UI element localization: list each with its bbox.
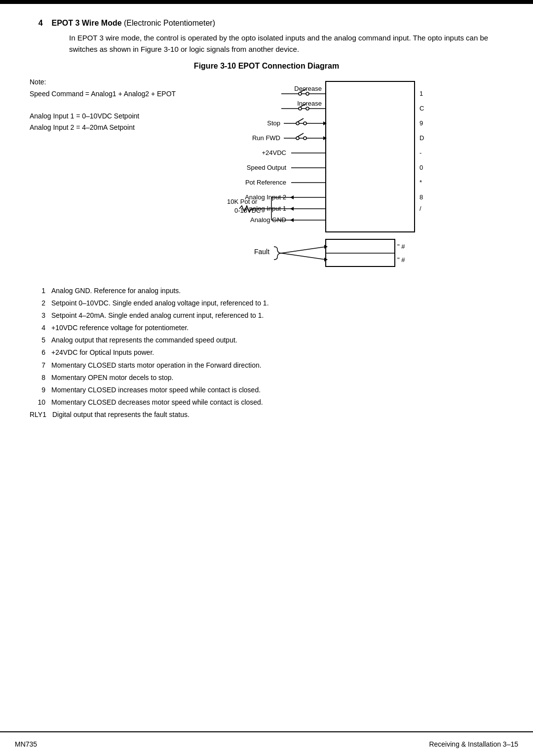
svg-point-2 [299, 92, 302, 95]
svg-text:Increase: Increase [297, 100, 322, 107]
list-text-9: Momentary CLOSED increases motor speed w… [51, 384, 261, 396]
list-item: 7 Momentary CLOSED starts motor operatio… [30, 360, 503, 371]
svg-text:C: C [419, 105, 424, 112]
list-item: 4 +10VDC reference voltage for potentiom… [30, 322, 503, 334]
list-num-8: 8 [30, 372, 45, 383]
diagram-area: Note: Speed Command = Analog1 + Analog2 … [30, 76, 503, 275]
list-text-8: Momentary OPEN motor decels to stop. [51, 372, 173, 383]
svg-point-10 [299, 107, 302, 110]
svg-text:/: / [419, 205, 421, 212]
top-border [0, 0, 533, 4]
svg-point-13 [306, 107, 309, 110]
svg-point-21 [304, 122, 306, 125]
list-item: 6 +24VDC for Optical Inputs power. [30, 347, 503, 358]
svg-line-63 [281, 247, 326, 253]
list-text-6: +24VDC for Optical Inputs power. [51, 347, 154, 358]
list-item: RLY1 Digital output that represents the … [30, 409, 503, 420]
section-number: 4 [38, 19, 43, 27]
svg-point-18 [296, 122, 299, 125]
analog2-note: Analog Input 2 = 4–20mA Setpoint [30, 122, 207, 133]
diagram-right: Decrease 1 Increase C Stop [207, 76, 503, 275]
section-heading: 4 EPOT 3 Wire Mode (Electronic Potentiom… [30, 19, 503, 28]
list-text-rly1: Digital output that represents the fault… [52, 409, 190, 420]
svg-point-30 [304, 137, 306, 140]
list-item: 9 Momentary CLOSED increases motor speed… [30, 384, 503, 396]
numbered-list: 1 Analog GND. Reference for analog input… [30, 285, 503, 420]
svg-text:0: 0 [419, 164, 423, 171]
speed-command-note: Speed Command = Analog1 + Analog2 + EPOT [30, 88, 207, 99]
list-item: 1 Analog GND. Reference for analog input… [30, 285, 503, 297]
diagram-svg: Decrease 1 Increase C Stop [207, 76, 464, 274]
list-text-1: Analog GND. Reference for analog inputs. [51, 285, 181, 297]
list-item: 10 Momentary CLOSED decreases motor spee… [30, 397, 503, 408]
svg-point-27 [296, 137, 299, 140]
list-text-4: +10VDC reference voltage for potentiomet… [51, 322, 189, 334]
svg-text:Decrease: Decrease [294, 85, 322, 92]
list-item: 8 Momentary OPEN motor decels to stop. [30, 372, 503, 383]
svg-text:-: - [419, 149, 421, 156]
list-text-10: Momentary CLOSED decreases motor speed w… [51, 397, 263, 408]
footer-right: Receiving & Installation 3–15 [429, 740, 518, 748]
svg-text:D: D [419, 134, 424, 142]
svg-text:Run FWD: Run FWD [252, 134, 280, 142]
svg-text:" #: " # [397, 256, 405, 264]
footer: MN735 Receiving & Installation 3–15 [0, 731, 533, 756]
list-item: 3 Setpoint 4–20mA. Single ended analog c… [30, 310, 503, 321]
svg-text:Stop: Stop [267, 119, 280, 127]
list-num-rly1: RLY1 [30, 409, 46, 420]
svg-text:*: * [419, 179, 422, 186]
svg-text:8: 8 [419, 193, 423, 201]
svg-text:9: 9 [419, 119, 423, 127]
svg-rect-0 [326, 81, 415, 232]
svg-text:Fault: Fault [254, 248, 269, 256]
figure-title: Figure 3-10 EPOT Connection Diagram [30, 62, 503, 71]
svg-text:+24VDC: +24VDC [262, 149, 287, 156]
svg-line-20 [298, 118, 304, 122]
list-num-4: 4 [30, 322, 45, 334]
svg-point-5 [306, 92, 309, 95]
list-num-1: 1 [30, 285, 45, 297]
section-body: In EPOT 3 wire mode, the control is oper… [69, 33, 503, 55]
svg-line-65 [281, 253, 326, 260]
note-label: Note: [30, 76, 207, 87]
analog1-note: Analog Input 1 = 0–10VDC Setpoint [30, 111, 207, 121]
list-text-3: Setpoint 4–20mA. Single ended analog cur… [51, 310, 264, 321]
svg-text:1: 1 [419, 90, 423, 97]
list-item: 2 Setpoint 0–10VDC. Single ended analog … [30, 298, 503, 309]
svg-text:" #: " # [397, 243, 405, 250]
svg-text:Speed Output: Speed Output [247, 164, 287, 171]
svg-text:Pot Reference: Pot Reference [245, 179, 286, 186]
footer-left: MN735 [15, 740, 37, 748]
list-num-9: 9 [30, 384, 45, 396]
list-text-2: Setpoint 0–10VDC. Single ended analog vo… [51, 298, 269, 309]
list-num-5: 5 [30, 335, 45, 346]
page-content: 4 EPOT 3 Wire Mode (Electronic Potentiom… [30, 4, 503, 731]
list-num-7: 7 [30, 360, 45, 371]
list-num-2: 2 [30, 298, 45, 309]
section-title-rest: (Electronic Potentiometer) [124, 19, 215, 27]
list-num-10: 10 [30, 397, 45, 408]
list-item: 5 Analog output that represents the comm… [30, 335, 503, 346]
svg-line-29 [298, 133, 304, 137]
svg-text:10K   Pot or: 10K Pot or [227, 198, 258, 205]
list-text-7: Momentary CLOSED starts motor operation … [51, 360, 262, 371]
list-text-5: Analog output that represents the comman… [51, 335, 237, 346]
section-title-bold: EPOT 3 Wire Mode [51, 19, 121, 27]
list-num-6: 6 [30, 347, 45, 358]
diagram-notes: Note: Speed Command = Analog1 + Analog2 … [30, 76, 207, 275]
list-num-3: 3 [30, 310, 45, 321]
